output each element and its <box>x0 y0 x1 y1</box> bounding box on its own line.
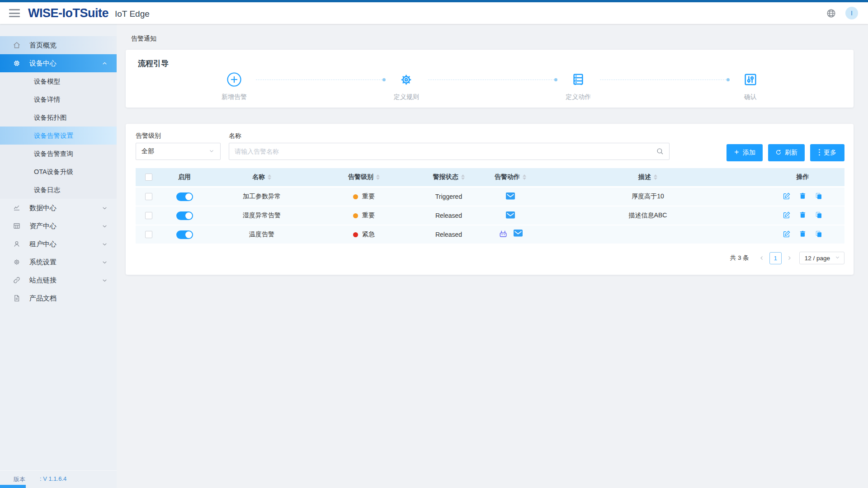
main-content: 告警通知 流程引导 新增告警 定义规 <box>117 24 868 488</box>
row-checkbox[interactable] <box>145 193 152 200</box>
edit-icon[interactable] <box>783 192 791 202</box>
column-header-name[interactable]: 名称 <box>207 173 316 181</box>
chevron-down-icon <box>208 148 215 155</box>
alarm-level-select[interactable]: 全部 <box>136 143 221 160</box>
mail-icon <box>506 192 515 201</box>
sidebar-item-site-links[interactable]: 站点链接 <box>0 271 117 289</box>
delete-icon[interactable] <box>799 230 807 239</box>
globe-icon[interactable] <box>826 8 836 19</box>
plus-circle-icon <box>212 72 256 87</box>
select-all-checkbox[interactable] <box>145 174 152 181</box>
sidebar-item-device-topology[interactable]: 设备拓扑图 <box>0 108 117 127</box>
sidebar-item-device-detail[interactable]: 设备详情 <box>0 90 117 108</box>
column-header-action[interactable]: 告警动作 <box>486 173 535 181</box>
column-header-level[interactable]: 告警级别 <box>316 173 411 181</box>
alarm-name: 加工参数异常 <box>243 192 281 201</box>
guide-title: 流程引导 <box>126 50 854 69</box>
search-icon[interactable] <box>656 147 664 157</box>
product-name: IoT Edge <box>115 9 150 19</box>
version-info: 版本 : V 1.1.6.4 <box>0 470 117 485</box>
more-dots-icon <box>818 149 821 157</box>
server-icon <box>557 72 600 87</box>
edit-icon[interactable] <box>783 211 791 221</box>
enable-toggle[interactable] <box>176 230 193 239</box>
sidebar-item-data-center[interactable]: 数据中心 <box>0 199 117 217</box>
page-size-select[interactable]: 12 / page <box>799 252 844 264</box>
gear-icon <box>13 258 21 266</box>
enable-toggle[interactable] <box>176 211 193 220</box>
name-search-input[interactable] <box>229 143 670 160</box>
more-button[interactable]: 更多 <box>810 144 844 161</box>
edit-icon[interactable] <box>783 230 791 239</box>
plus-icon <box>734 149 740 156</box>
sidebar-item-system-settings[interactable]: 系统设置 <box>0 253 117 271</box>
alarm-status: Triggered <box>435 193 462 200</box>
sidebar-item-device-log[interactable]: 设备日志 <box>0 181 117 199</box>
alarm-level-field: 告警级别 全部 <box>136 132 221 160</box>
filter-row: 告警级别 全部 名称 <box>136 132 844 161</box>
copy-icon[interactable] <box>815 192 823 202</box>
device-icon <box>13 59 21 67</box>
alarm-status: Released <box>435 212 462 219</box>
sidebar-item-asset-center[interactable]: 资产中心 <box>0 217 117 235</box>
level-dot <box>353 213 358 218</box>
add-button[interactable]: 添加 <box>726 144 763 161</box>
sort-carets-icon[interactable] <box>461 174 465 180</box>
delete-icon[interactable] <box>799 192 807 202</box>
sidebar-item-device-model[interactable]: 设备模型 <box>0 72 117 90</box>
level-text: 紧急 <box>362 230 375 239</box>
prev-page-icon[interactable] <box>756 255 767 261</box>
chevron-down-icon <box>102 259 108 265</box>
gear-icon <box>385 72 428 87</box>
sidebar-item-device-alarm-query[interactable]: 设备告警查询 <box>0 145 117 163</box>
sort-carets-icon[interactable] <box>523 174 526 180</box>
column-header-status[interactable]: 警报状态 <box>411 173 486 181</box>
alarm-name: 湿度异常告警 <box>243 211 281 220</box>
home-icon <box>13 41 21 49</box>
page-number[interactable]: 1 <box>769 252 782 264</box>
chevron-down-icon <box>102 277 108 283</box>
table-header: 启用 名称 告警级别 警报状态 告警动作 描述 操作 <box>136 168 844 186</box>
guide-steps: 新增告警 定义规则 定义动作 <box>126 69 854 101</box>
pagination: 共 3 条 1 12 / page <box>136 252 844 264</box>
copy-icon[interactable] <box>815 211 823 221</box>
sidebar-item-ota-upgrade[interactable]: OTA设备升级 <box>0 163 117 181</box>
sidebar-item-home[interactable]: 首页概览 <box>0 36 117 54</box>
name-field: 名称 <box>229 132 670 160</box>
app-root: WISE-IoTSuite IoT Edge I 首页概览 设备中心 <box>0 0 868 488</box>
chart-icon <box>13 204 21 212</box>
toolbar: 添加 刷新 更多 <box>726 132 844 161</box>
alarm-table-card: 告警级别 全部 名称 <box>126 124 854 275</box>
row-checkbox[interactable] <box>145 231 152 238</box>
guide-connector <box>428 80 557 80</box>
enable-toggle[interactable] <box>176 192 193 201</box>
sidebar-item-product-docs[interactable]: 产品文档 <box>0 289 117 307</box>
guide-connector <box>600 80 729 80</box>
sidebar-item-tenant-center[interactable]: 租户中心 <box>0 235 117 253</box>
guide-connector <box>256 80 385 80</box>
sort-carets-icon[interactable] <box>376 174 380 180</box>
horizontal-scrollbar-thumb[interactable] <box>0 485 26 488</box>
device-center-submenu: 设备模型 设备详情 设备拓扑图 设备告警设置 设备告警查询 OTA设备升级 设备… <box>0 72 117 199</box>
column-header-description[interactable]: 描述 <box>535 173 761 181</box>
copy-icon[interactable] <box>815 230 823 239</box>
refresh-button[interactable]: 刷新 <box>768 144 805 161</box>
menu-icon[interactable] <box>9 9 20 17</box>
delete-icon[interactable] <box>799 211 807 221</box>
sidebar-item-device-center[interactable]: 设备中心 <box>0 54 117 72</box>
alarm-status: Released <box>435 231 462 238</box>
alarm-level-label: 告警级别 <box>136 132 221 140</box>
sort-carets-icon[interactable] <box>268 174 271 180</box>
next-page-icon[interactable] <box>784 255 795 261</box>
row-checkbox[interactable] <box>145 212 152 219</box>
app-header: WISE-IoTSuite IoT Edge I <box>0 2 868 24</box>
avatar[interactable]: I <box>845 7 858 19</box>
sort-carets-icon[interactable] <box>654 174 657 180</box>
document-icon <box>13 294 21 302</box>
table-row: 加工参数异常 重要 Triggered 厚度高于10 <box>136 188 844 206</box>
grid-icon <box>13 222 21 230</box>
sidebar-item-device-alarm-settings[interactable]: 设备告警设置 <box>0 127 117 145</box>
alarm-description: 厚度高于10 <box>632 192 664 201</box>
breadcrumb: 告警通知 <box>126 35 854 43</box>
guide-step-define-action: 定义动作 <box>557 72 600 101</box>
